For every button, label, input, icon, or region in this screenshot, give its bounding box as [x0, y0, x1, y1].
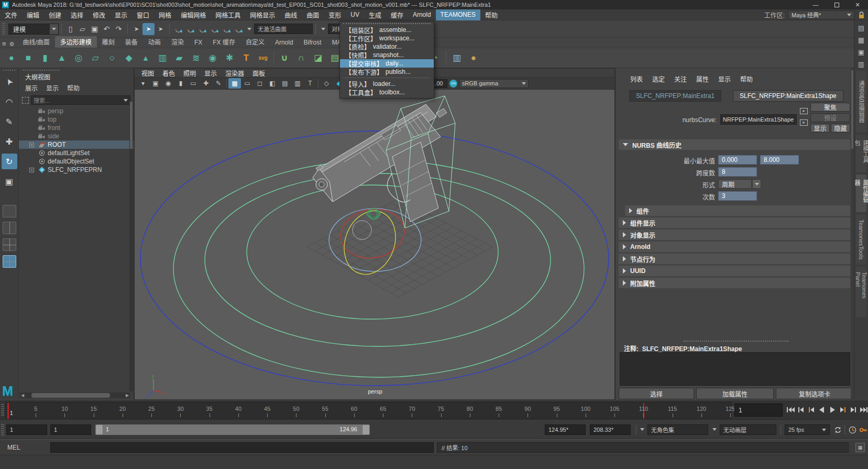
section-组件显示[interactable]: 组件显示 [619, 217, 850, 228]
step-back-key-button[interactable] [807, 405, 817, 415]
playback-end-field[interactable]: 124.95* [545, 424, 586, 435]
pan-zoom-icon[interactable]: ✚ [200, 78, 212, 89]
presets-button[interactable]: 预设 [810, 113, 850, 122]
scroll-right-icon[interactable]: ▶ [125, 393, 130, 398]
outliner-item-defaultObjectSet[interactable]: defaultObjectSet [19, 157, 134, 166]
platonic-solid-icon[interactable]: ◆ [120, 50, 137, 67]
outliner-vertical-scrollbar[interactable] [129, 101, 133, 391]
menu-item-编辑[interactable]: 编辑 [22, 9, 44, 20]
outliner-menu-展示[interactable]: 展示 [25, 83, 38, 92]
viewport-panel[interactable]: 视图着色照明显示渲染器面板 ▾▣◉▮▭✚✎▦▭◻◧▤▥T◇◆◐◓▩○◌◎ 1.0… [134, 68, 615, 400]
outliner-item-front[interactable]: front [19, 124, 134, 132]
animation-preferences-icon[interactable] [848, 425, 857, 434]
attribute-editor-menu-帮助[interactable]: 帮助 [740, 74, 753, 83]
layout-three-pane-button[interactable] [3, 238, 16, 251]
poly-sphere-icon[interactable]: ● [3, 50, 20, 67]
go-to-end-button[interactable] [859, 405, 868, 415]
select-component-icon[interactable]: ➤ [155, 23, 167, 35]
go-to-start-button[interactable] [786, 405, 796, 415]
output-connection-icon[interactable]: ▸ [800, 119, 808, 126]
attribute-editor-menu-列表[interactable]: 列表 [630, 74, 643, 83]
grid-icon[interactable]: ▦ [228, 78, 241, 89]
scroll-left-icon[interactable]: ◀ [20, 393, 25, 398]
viewport-menu-着色[interactable]: 着色 [159, 69, 179, 78]
step-forward-frame-button[interactable] [849, 405, 859, 415]
attribute-dropdown-形式[interactable]: 周期 [718, 179, 752, 189]
teamones-menu-item[interactable]: 【工作区】workspace... [340, 34, 434, 42]
layout-two-pane-button[interactable] [3, 222, 16, 234]
sculpt-tool-icon[interactable]: ● [465, 50, 482, 67]
menu-item-窗口[interactable]: 窗口 [132, 9, 154, 20]
poly-cylinder-icon[interactable]: ▮ [37, 50, 53, 67]
close-button[interactable]: ✕ [847, 0, 868, 9]
outliner-item-side[interactable]: side [19, 132, 134, 140]
combine-icon[interactable]: ∩ [293, 50, 310, 67]
safe-action-icon[interactable]: ▥ [291, 78, 304, 89]
chevron-down-icon[interactable] [712, 428, 717, 431]
step-forward-key-button[interactable] [838, 405, 848, 415]
maximize-button[interactable] [826, 0, 847, 9]
input-connection-icon[interactable]: ▸ [800, 108, 808, 114]
sidebar-tab-建模工具包[interactable]: 建模工具包 [856, 135, 866, 172]
play-backwards-button[interactable] [817, 405, 827, 415]
menu-item-修改[interactable]: 修改 [88, 9, 110, 20]
shelf-tab-FX[interactable]: FX [189, 38, 207, 48]
outliner-filter-icon[interactable] [22, 97, 29, 104]
view-arrange-icon[interactable]: ▾ [137, 78, 149, 89]
lasso-select-tool[interactable]: ◠ [2, 94, 17, 110]
section-节点行为[interactable]: 节点行为 [619, 254, 850, 264]
section-Arnold[interactable]: Arnold [619, 242, 850, 252]
viewport-menu-照明[interactable]: 照明 [180, 69, 200, 78]
attribute-field-最小最大值-max[interactable]: 8.000 [760, 155, 799, 165]
svg-tool-icon[interactable]: svg [255, 50, 271, 67]
redo-icon[interactable]: ↷ [113, 23, 125, 35]
section-UUID[interactable]: UUID [619, 266, 850, 276]
chevron-down-icon[interactable] [247, 28, 251, 30]
poly-torus-icon[interactable]: ◎ [70, 50, 87, 67]
drag-grip[interactable] [1, 424, 4, 435]
snap-view-plane-icon[interactable]: ◡ [221, 23, 233, 35]
move-tool[interactable]: ✚ [2, 134, 17, 149]
node-name-field[interactable]: NRFPEP:MainExtra1Shape [720, 114, 797, 125]
section-drag-handle[interactable] [684, 341, 788, 342]
shelf-tab-动画[interactable]: 动画 [143, 36, 166, 48]
minimize-button[interactable]: — [805, 0, 826, 9]
shelf-tab-自定义[interactable]: 自定义 [240, 36, 270, 48]
teamones-menu-item[interactable]: 【组装区】assemble... [340, 26, 434, 34]
camera-lock-icon[interactable]: ◉ [162, 78, 174, 89]
show-button[interactable]: 显示 [810, 124, 830, 133]
teamones-menu-item[interactable]: 【导入】loader... [340, 80, 434, 88]
menu-item-网格工具[interactable]: 网格工具 [211, 9, 245, 20]
image-plane-icon[interactable]: ▭ [187, 78, 200, 89]
outliner-item-defaultLightSet[interactable]: defaultLightSet [19, 149, 134, 157]
mirror-icon[interactable]: ▥ [448, 50, 465, 67]
teamones-menu-item[interactable]: 【快照】snapshot... [340, 51, 434, 59]
section-附加属性[interactable]: 附加属性 [619, 278, 850, 288]
attribute-editor-menu-属性[interactable]: 属性 [696, 74, 709, 83]
range-slider[interactable]: 1 124.96 [95, 424, 370, 435]
outliner-item-ROOT[interactable]: +ROOT [19, 140, 134, 149]
chevron-down-icon[interactable] [321, 28, 325, 30]
menu-set-dropdown[interactable]: 建模 [8, 24, 59, 35]
grease-pencil-icon[interactable]: ✎ [212, 78, 225, 89]
attribute-field-跨度数[interactable]: 8 [718, 167, 757, 177]
menu-item-曲面[interactable]: 曲面 [302, 9, 324, 20]
camera-bookmark-icon[interactable]: ▮ [174, 78, 187, 89]
poly-disc-icon[interactable]: ○ [104, 50, 120, 67]
sidebar-tab-属性编辑器[interactable]: 属性编辑器 [856, 174, 866, 212]
shelf-tab-雕刻[interactable]: 雕刻 [97, 36, 120, 48]
shelf-tab-Arnold[interactable]: Arnold [270, 38, 299, 48]
footer-button-加载属性[interactable]: 加载属性 [696, 388, 774, 399]
safe-title-icon[interactable]: T [304, 78, 316, 89]
command-input[interactable] [50, 442, 434, 453]
viewport-menu-视图[interactable]: 视图 [138, 69, 158, 78]
snap-point-icon[interactable]: ◡ [196, 23, 208, 35]
type-tool-icon[interactable]: T [238, 50, 255, 67]
play-forwards-button[interactable] [828, 405, 838, 415]
animation-end-field[interactable]: 208.33* [590, 424, 631, 435]
time-ruler[interactable]: 1 51015202530354045505560657075808590951… [5, 402, 731, 419]
shelf-tab-曲线/曲面[interactable]: 曲线/曲面 [17, 36, 54, 48]
select-tool[interactable]: ➤ [2, 74, 17, 90]
resolution-gate-icon[interactable]: ◻ [254, 78, 266, 89]
range-start-handle[interactable] [96, 425, 103, 434]
